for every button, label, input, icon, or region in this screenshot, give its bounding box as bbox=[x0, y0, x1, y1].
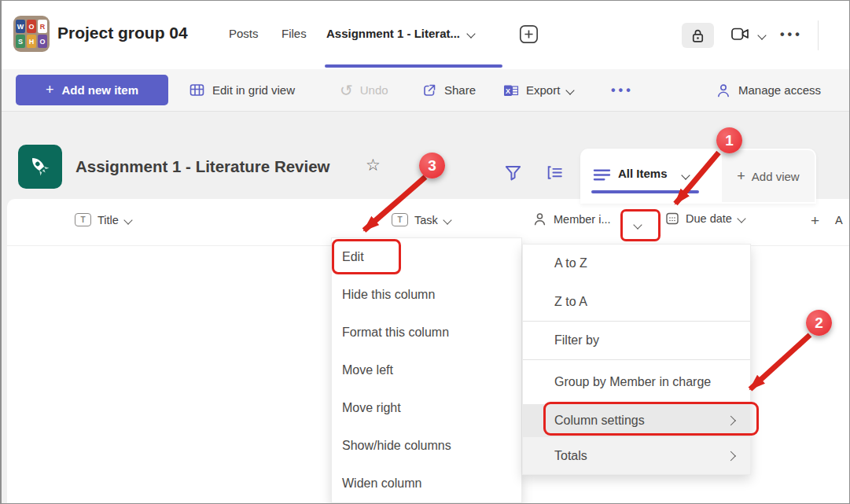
avatar-letter: O bbox=[27, 20, 36, 33]
view-options-button[interactable] bbox=[545, 163, 565, 186]
column-header-member[interactable]: Member i... bbox=[532, 212, 611, 226]
column-header-task[interactable]: T Task bbox=[392, 213, 451, 226]
add-new-item-button[interactable]: + Add new item bbox=[16, 75, 168, 105]
chevron-down-icon[interactable] bbox=[466, 29, 475, 38]
column-task-label: Task bbox=[414, 214, 438, 226]
view-chevron[interactable] bbox=[681, 171, 690, 179]
undo-label: Undo bbox=[360, 83, 388, 97]
commandbar-more-button[interactable]: ••• bbox=[611, 69, 634, 111]
plus-icon: + bbox=[46, 82, 54, 98]
more-options-button[interactable]: ••• bbox=[780, 28, 803, 42]
share-button[interactable]: Share bbox=[421, 69, 476, 111]
totals-label: Totals bbox=[554, 449, 587, 463]
annotation-badge-1: 1 bbox=[716, 127, 742, 153]
menu-item-widen-column[interactable]: Widen column bbox=[332, 465, 521, 502]
top-bar: W O R S H O Project group 04 Posts Files… bbox=[2, 1, 849, 70]
menu-item-show-hide-columns[interactable]: Show/hide columns bbox=[332, 427, 521, 465]
lock-icon bbox=[689, 27, 707, 45]
excel-export-icon: X bbox=[503, 83, 519, 98]
view-tab-strip: All Items + Add view bbox=[580, 149, 816, 204]
export-button[interactable]: X Export bbox=[503, 69, 573, 111]
manage-access-button[interactable]: Manage access bbox=[716, 69, 821, 111]
add-view-button[interactable]: + Add view bbox=[722, 150, 815, 202]
share-label: Share bbox=[444, 83, 476, 97]
active-tab-underline bbox=[325, 64, 502, 68]
tab-assignment-active[interactable]: Assignment 1 - Literat... bbox=[326, 27, 474, 40]
column-due-date-chevron[interactable] bbox=[737, 214, 745, 223]
add-new-item-label: Add new item bbox=[62, 83, 139, 97]
team-name: Project group 04 bbox=[57, 24, 188, 42]
list-lines-icon bbox=[593, 167, 611, 187]
workshop-photo: W O R S H O bbox=[16, 20, 47, 48]
annotation-badge-3: 3 bbox=[419, 153, 445, 178]
divider bbox=[818, 20, 819, 50]
svg-text:X: X bbox=[506, 86, 510, 94]
edit-in-grid-view-label: Edit in grid view bbox=[212, 83, 295, 97]
view-tab-underline bbox=[591, 190, 699, 193]
annotation-badge-2: 2 bbox=[806, 310, 832, 336]
meet-now-chevron[interactable] bbox=[757, 31, 766, 39]
column-task-chevron[interactable] bbox=[443, 215, 451, 224]
person-icon bbox=[716, 83, 731, 98]
team-avatar: W O R S H O bbox=[13, 16, 50, 52]
task-column-context-menu: Edit Hide this column Format this column… bbox=[331, 237, 522, 503]
avatar-letter: O bbox=[38, 35, 47, 48]
avatar-letter: R bbox=[38, 20, 47, 33]
filter-button[interactable] bbox=[504, 164, 522, 185]
manage-access-label: Manage access bbox=[738, 83, 821, 97]
avatar-letter: H bbox=[27, 35, 36, 48]
menu-item-group-by-member[interactable]: Group by Member in charge bbox=[523, 360, 750, 404]
column-header-due-date[interactable]: Due date bbox=[665, 212, 745, 226]
column-due-date-label: Due date bbox=[686, 212, 732, 225]
rocket-icon bbox=[25, 152, 55, 182]
menu-item-move-right[interactable]: Move right bbox=[332, 389, 521, 427]
text-column-icon: T bbox=[75, 213, 91, 226]
column-title-chevron[interactable] bbox=[123, 215, 132, 224]
avatar-letter: S bbox=[16, 35, 25, 48]
text-column-icon: T bbox=[392, 213, 408, 226]
add-tab-button[interactable] bbox=[518, 24, 539, 48]
add-column-partial-label: A bbox=[835, 214, 843, 226]
annotation-box-edit bbox=[332, 239, 401, 274]
meet-now-button[interactable] bbox=[730, 26, 752, 46]
annotation-box-column-settings bbox=[543, 402, 759, 436]
export-label: Export bbox=[526, 83, 560, 97]
menu-item-totals[interactable]: Totals bbox=[523, 437, 750, 474]
member-column-context-menu: A to Z Z to A Filter by Group by Member … bbox=[522, 244, 751, 475]
favorite-star-icon[interactable]: ☆ bbox=[366, 156, 381, 175]
teams-window: W O R S H O Project group 04 Posts Files… bbox=[0, 0, 850, 504]
menu-item-filter-by[interactable]: Filter by bbox=[523, 322, 750, 359]
add-column-button[interactable]: + bbox=[811, 212, 819, 230]
column-header-title[interactable]: T Title bbox=[75, 213, 131, 226]
grid-icon bbox=[189, 82, 205, 98]
tab-files[interactable]: Files bbox=[281, 27, 307, 40]
tab-posts[interactable]: Posts bbox=[229, 27, 259, 40]
person-icon bbox=[532, 212, 547, 226]
list-command-bar: + Add new item Edit in grid view ↺ Undo bbox=[2, 69, 849, 112]
column-member-label: Member i... bbox=[554, 213, 611, 226]
undo-button[interactable]: ↺ Undo bbox=[340, 69, 388, 111]
column-title-label: Title bbox=[98, 214, 119, 226]
video-camera-icon bbox=[730, 26, 752, 43]
channel-lock-button[interactable] bbox=[682, 23, 714, 48]
add-view-label: Add view bbox=[752, 170, 800, 183]
details-list-icon bbox=[545, 163, 565, 182]
list-app-icon bbox=[18, 145, 62, 189]
all-items-view-tab[interactable]: All Items bbox=[618, 167, 668, 180]
calendar-icon bbox=[665, 212, 679, 226]
share-icon bbox=[421, 83, 437, 98]
menu-item-hide-this-column[interactable]: Hide this column bbox=[332, 276, 521, 314]
export-chevron bbox=[566, 86, 575, 94]
annotation-box-member-chevron bbox=[620, 209, 660, 241]
plus-square-icon bbox=[518, 24, 539, 45]
menu-item-format-this-column[interactable]: Format this column bbox=[332, 314, 521, 351]
menu-item-a-to-z[interactable]: A to Z bbox=[523, 245, 750, 282]
plus-icon: + bbox=[737, 168, 745, 185]
undo-icon: ↺ bbox=[340, 83, 353, 98]
menu-item-move-left[interactable]: Move left bbox=[332, 351, 521, 389]
filter-funnel-icon bbox=[504, 164, 522, 182]
menu-item-z-to-a[interactable]: Z to A bbox=[523, 282, 750, 321]
edit-in-grid-view-button[interactable]: Edit in grid view bbox=[189, 69, 295, 111]
submenu-chevron-icon bbox=[726, 451, 736, 461]
tab-assignment-label: Assignment 1 - Literat... bbox=[326, 27, 460, 40]
